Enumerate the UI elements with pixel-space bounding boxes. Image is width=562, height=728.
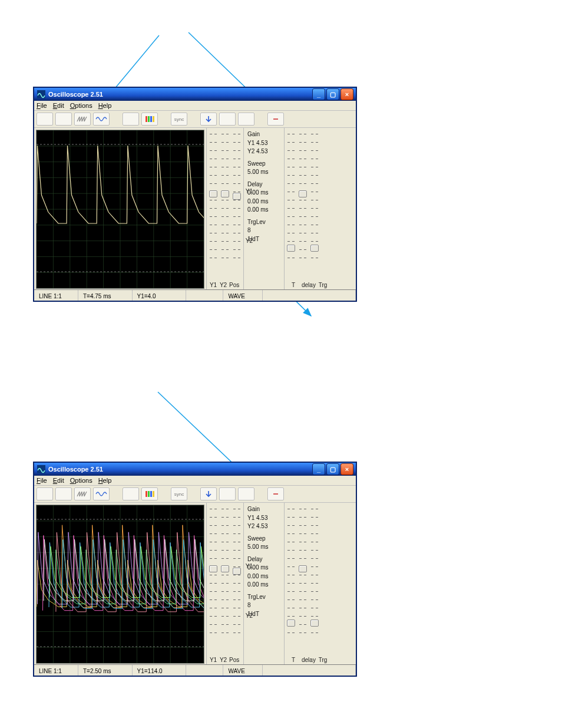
minimize-button[interactable]: _: [312, 88, 325, 100]
toolbar: sync: [34, 111, 356, 128]
tool-1[interactable]: [37, 113, 53, 126]
slider-thumb[interactable]: [310, 620, 319, 627]
readout-line: 0.00 ms: [247, 581, 282, 589]
menu-edit[interactable]: Edit: [53, 477, 64, 484]
slider-thumb[interactable]: [287, 620, 295, 627]
tool-5[interactable]: [123, 113, 139, 126]
readout-line: Delay: [247, 180, 282, 189]
readout-line: Y2 4.53: [247, 522, 282, 531]
maximize-button[interactable]: ▢: [326, 463, 339, 475]
slider-thumb[interactable]: [299, 190, 307, 197]
slider-Trg[interactable]: [310, 130, 319, 261]
status-cell-5: [263, 290, 356, 301]
slider-label-delay: delay: [302, 657, 315, 663]
tool-sine[interactable]: [93, 487, 110, 500]
slider-thumb[interactable]: [233, 193, 241, 200]
tool-sync[interactable]: sync: [171, 113, 187, 126]
statusbar: LINE 1:1T=4.75 msY1=4.0WAVE: [34, 289, 356, 301]
readout-line: 0.00 ms: [247, 572, 282, 581]
tool-5[interactable]: [123, 487, 139, 500]
titlebar[interactable]: Oscilloscope 2.51_▢×: [34, 88, 356, 101]
tool-down[interactable]: [200, 487, 217, 500]
oscilloscope-window-1: Oscilloscope 2.51_▢×FileEditOptionsHelps…: [34, 462, 356, 676]
menu-help[interactable]: Help: [98, 477, 112, 484]
slider-thumb[interactable]: [287, 245, 295, 252]
tool-9[interactable]: [219, 113, 236, 126]
tool-minus[interactable]: [267, 487, 284, 500]
time-slider-panel: TdelayTrg: [284, 128, 332, 289]
slider-Y1[interactable]: [209, 505, 217, 636]
slider-delay[interactable]: [299, 130, 307, 261]
status-cell-3: [186, 290, 223, 301]
tool-colorbars[interactable]: [141, 487, 158, 500]
slider-thumb[interactable]: [310, 245, 319, 252]
status-cell-2: Y1=4.0: [133, 290, 187, 301]
maximize-button[interactable]: ▢: [326, 88, 339, 100]
svg-rect-6: [146, 116, 147, 122]
slider-thumb[interactable]: [221, 565, 229, 572]
slider-Trg[interactable]: [310, 505, 319, 636]
titlebar[interactable]: Oscilloscope 2.51_▢×: [34, 463, 356, 476]
menubar: FileEditOptionsHelp: [34, 101, 356, 111]
tool-2[interactable]: [55, 113, 72, 126]
tool-sync[interactable]: sync: [171, 487, 187, 500]
tool-10[interactable]: [238, 487, 254, 500]
slider-T[interactable]: [287, 505, 295, 636]
scope-display: [36, 505, 204, 664]
slider-label-t: T: [287, 657, 300, 663]
menu-file[interactable]: File: [37, 102, 47, 109]
readout-panel: GainY1 4.53Y2 4.53Sweep5.00 msDelay0.00 …: [243, 128, 284, 289]
slider-Y2[interactable]: [221, 505, 229, 636]
status-cell-0: LINE 1:1: [34, 665, 78, 676]
tool-down[interactable]: [200, 113, 217, 126]
tool-colorbars[interactable]: [141, 113, 158, 126]
readout-line: Gain: [247, 505, 282, 514]
slider-thumb[interactable]: [209, 565, 217, 572]
time-slider-panel: TdelayTrg: [284, 503, 332, 664]
tool-9[interactable]: [219, 487, 236, 500]
svg-rect-37: [146, 491, 147, 497]
tool-10[interactable]: [238, 113, 254, 126]
menu-file[interactable]: File: [37, 477, 47, 484]
menu-help[interactable]: Help: [98, 102, 112, 109]
svg-rect-8: [150, 116, 152, 122]
status-cell-4: WAVE: [223, 290, 263, 301]
slider-thumb[interactable]: [209, 190, 217, 197]
app-icon: [37, 90, 46, 99]
status-cell-1: T=2.50 ms: [78, 665, 133, 676]
menu-options[interactable]: Options: [70, 477, 92, 484]
slider-thumb[interactable]: [299, 565, 307, 572]
tool-1[interactable]: [37, 487, 53, 500]
readout-line: 5.00 ms: [247, 543, 282, 552]
app-icon: [37, 465, 46, 474]
slider-Y2[interactable]: [221, 130, 229, 261]
tool-minus[interactable]: [267, 113, 284, 126]
slider-thumb[interactable]: [233, 568, 241, 575]
readout-line: TrgLev: [247, 218, 282, 227]
readout-line: Delay: [247, 555, 282, 564]
menu-options[interactable]: Options: [70, 102, 92, 109]
toolbar: sync: [34, 486, 356, 503]
slider-thumb[interactable]: [221, 190, 229, 197]
slider-Y1[interactable]: [209, 130, 217, 261]
close-button[interactable]: ×: [340, 463, 353, 475]
readout-line: Y1 4.53: [247, 514, 282, 523]
tool-sawtooth[interactable]: [74, 113, 91, 126]
tool-2[interactable]: [55, 487, 72, 500]
slider-Pos[interactable]: [233, 505, 241, 636]
scope-display: [36, 130, 204, 289]
readout-line: Y1 4.53: [247, 139, 282, 148]
panel-anno-y2: Y2: [246, 238, 253, 244]
slider-T[interactable]: [287, 130, 295, 261]
readout-line: Gain: [247, 130, 282, 139]
menu-edit[interactable]: Edit: [53, 102, 64, 109]
close-button[interactable]: ×: [340, 88, 353, 100]
tool-sawtooth[interactable]: [74, 487, 91, 500]
slider-Pos[interactable]: [233, 130, 241, 261]
panel-anno-y2: Y2: [246, 612, 253, 619]
slider-label-y1: Y1: [209, 657, 217, 663]
slider-delay[interactable]: [299, 505, 307, 636]
readout-panel: GainY1 4.53Y2 4.53Sweep5.00 msDelay0.00 …: [243, 503, 284, 664]
tool-sine[interactable]: [93, 113, 110, 126]
minimize-button[interactable]: _: [312, 463, 325, 475]
